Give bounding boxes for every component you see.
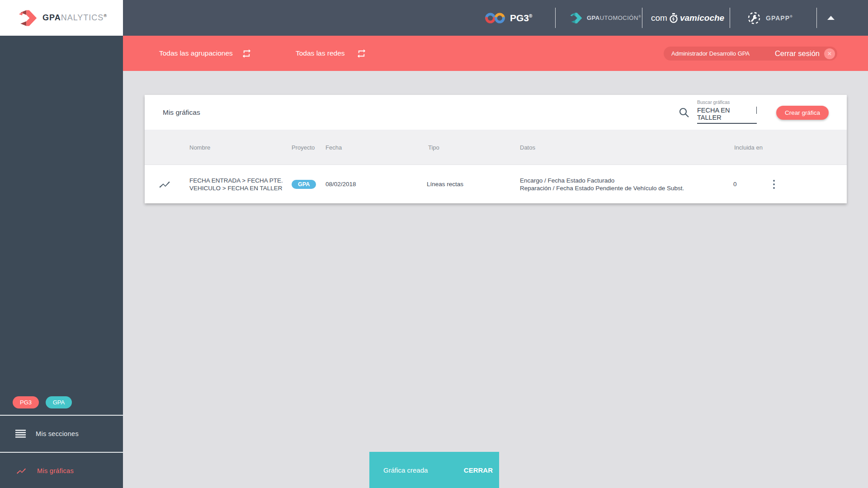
- toast-message: Gráfica creada: [369, 466, 428, 474]
- search-icon: [678, 107, 690, 118]
- filter-bar: Todas las agrupaciones Todas las redes A…: [123, 36, 868, 71]
- topbar-divider: [555, 8, 556, 28]
- groupings-selector[interactable]: Todas las agrupaciones: [159, 36, 233, 71]
- project-cell: GPA: [292, 165, 316, 203]
- groupings-swap-icon[interactable]: [241, 36, 252, 71]
- sections-list-icon: [15, 429, 26, 438]
- pg3-infinity-icon: [485, 11, 505, 25]
- chevron-up-icon: [827, 16, 835, 20]
- pg3-label: PG3®: [510, 13, 532, 23]
- app-pg3[interactable]: PG3®: [485, 0, 532, 36]
- sidebar-item-mis-secciones[interactable]: Mis secciones: [0, 416, 123, 452]
- gpautomocion-arrow-icon: [570, 12, 582, 24]
- table-header-row: Nombre Proyecto Fecha Tipo Datos Incluid…: [145, 130, 847, 165]
- chart-name: FECHA ENTRADA > FECHA PTE. VEHICULO > FE…: [189, 165, 283, 203]
- app-gpautomocion[interactable]: GPAUTOMOCIÓN®: [570, 0, 641, 36]
- kebab-menu-icon[interactable]: [770, 177, 778, 192]
- col-header-date: Fecha: [326, 130, 342, 165]
- gpanalytics-logo-text: GPANALYTICS®: [42, 13, 107, 23]
- sidebar-item-mis-graficas[interactable]: Mis gráficas: [0, 453, 123, 488]
- sidebar: PG3 GPA Mis secciones Mis gráficas: [0, 36, 123, 488]
- stopwatch-icon: [669, 13, 679, 23]
- card-header: Mis gráficas Buscar gráficas FECHA EN TA…: [145, 95, 847, 130]
- collapse-topbar-button[interactable]: [827, 0, 835, 36]
- table-row[interactable]: FECHA ENTRADA > FECHA PTE. VEHICULO > FE…: [145, 165, 847, 203]
- comprovamicoche-label: com vamicoche: [651, 13, 724, 23]
- gpapp-label: GPAPP®: [766, 14, 793, 22]
- badge-gpa[interactable]: GPA: [46, 396, 72, 408]
- row-menu[interactable]: [770, 165, 778, 203]
- text-caret: [756, 107, 757, 114]
- col-header-project: Proyecto: [292, 130, 315, 165]
- col-header-name: Nombre: [189, 130, 210, 165]
- col-header-type: Tipo: [428, 130, 439, 165]
- networks-selector[interactable]: Todas las redes: [296, 36, 345, 71]
- line-chart-icon: [15, 465, 27, 476]
- my-charts-card: Mis gráficas Buscar gráficas FECHA EN TA…: [145, 95, 847, 203]
- project-badge: GPA: [292, 180, 316, 189]
- search-input[interactable]: FECHA EN TALLER: [697, 106, 757, 124]
- app-comprovamicoche[interactable]: com vamicoche: [651, 0, 724, 36]
- topbar-divider: [730, 8, 730, 28]
- current-user-label: Administrador Desarrollo GPA: [664, 50, 750, 57]
- logout-close-icon[interactable]: ✕: [824, 48, 835, 59]
- gpautomocion-label: GPAUTOMOCIÓN®: [587, 14, 641, 21]
- badge-pg3[interactable]: PG3: [13, 396, 39, 408]
- data-cell: Encargo / Fecha Estado Facturado Reparac…: [520, 165, 684, 203]
- gpanalytics-arrow-icon: [18, 9, 37, 27]
- gpapp-wrench-icon: [747, 11, 761, 25]
- col-header-included: Incluida en: [734, 130, 763, 165]
- search-area: Buscar gráficas FECHA EN TALLER: [678, 95, 791, 130]
- user-session-pill: Administrador Desarrollo GPA Cerrar sesi…: [664, 47, 837, 61]
- networks-swap-icon[interactable]: [356, 36, 367, 71]
- page-title: Mis gráficas: [163, 95, 200, 130]
- line-chart-icon: [158, 165, 171, 203]
- create-chart-button[interactable]: Crear gráfica: [776, 106, 829, 120]
- included-in-cell: 0: [733, 165, 737, 203]
- topbar-divider: [642, 8, 642, 28]
- top-bar: PG3® GPAUTOMOCIÓN® com: [123, 0, 868, 36]
- col-header-data: Datos: [520, 130, 535, 165]
- search-input-label: Buscar gráficas: [697, 99, 730, 105]
- app-gpapp[interactable]: GPAPP®: [747, 0, 793, 36]
- snackbar-toast: Gráfica creada CERRAR: [369, 452, 499, 488]
- sidebar-badges: PG3 GPA: [13, 396, 72, 408]
- topbar-divider: [816, 8, 817, 28]
- date-cell: 08/02/2018: [326, 165, 356, 203]
- type-cell: Líneas rectas: [427, 165, 463, 203]
- brand-header: GPANALYTICS®: [0, 0, 123, 36]
- logout-button[interactable]: Cerrar sesión: [775, 49, 820, 58]
- toast-close-button[interactable]: CERRAR: [464, 466, 499, 474]
